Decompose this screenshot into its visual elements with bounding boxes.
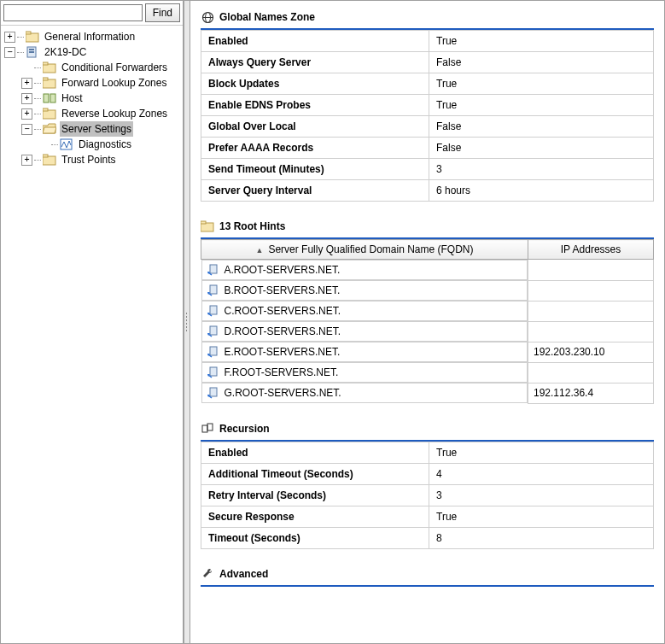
cell-ip xyxy=(528,321,654,342)
tree-label: Trust Points xyxy=(60,152,118,167)
property-row: Timeout (Seconds)8 xyxy=(201,527,654,548)
tree-item-general-info[interactable]: + General Information xyxy=(3,29,181,44)
property-value: True xyxy=(429,73,654,95)
cell-fqdn: A.ROOT-SERVERS.NET. xyxy=(201,260,528,280)
table-row[interactable]: D.ROOT-SERVERS.NET. xyxy=(201,321,654,342)
property-key: Global Over Local xyxy=(201,116,429,138)
property-key: Retry Interval (Seconds) xyxy=(201,484,429,506)
collapse-toggle[interactable]: − xyxy=(4,47,15,58)
expand-toggle[interactable]: + xyxy=(21,155,32,166)
tree-label-selected: Server Settings xyxy=(60,121,133,137)
section-advanced: Advanced xyxy=(201,565,654,587)
cell-ip: 192.112.36.4 xyxy=(528,383,654,403)
property-key: Enabled xyxy=(201,31,429,52)
folder-icon xyxy=(43,153,56,167)
tree-item-server[interactable]: − 2K19-DC xyxy=(3,44,181,60)
svg-rect-25 xyxy=(210,285,217,294)
server-icon xyxy=(26,45,39,59)
cell-fqdn: B.ROOT-SERVERS.NET. xyxy=(201,280,528,301)
tree-item-trust-points[interactable]: + Trust Points xyxy=(3,152,181,167)
server-icon xyxy=(207,305,219,317)
folder-icon xyxy=(43,61,56,74)
property-key: Send Timeout (Minutes) xyxy=(201,159,429,180)
expand-toggle[interactable]: + xyxy=(21,108,32,120)
section-header: 13 Root Hints xyxy=(201,217,654,239)
svg-rect-37 xyxy=(202,425,207,432)
cell-fqdn: F.ROOT-SERVERS.NET. xyxy=(201,362,528,383)
server-icon xyxy=(207,387,219,399)
server-icon xyxy=(207,264,219,276)
property-row: Send Timeout (Minutes)3 xyxy=(201,159,654,180)
cell-fqdn: C.ROOT-SERVERS.NET. xyxy=(201,301,528,321)
expand-toggle[interactable]: + xyxy=(4,32,15,43)
property-value: True xyxy=(429,442,654,463)
wrench-icon xyxy=(201,567,214,581)
property-value: True xyxy=(429,95,654,116)
tree-item-reverse-lookup-zones[interactable]: + Reverse Lookup Zones xyxy=(3,106,181,121)
section-title: Advanced xyxy=(219,568,268,580)
property-row: EnabledTrue xyxy=(201,31,654,52)
table-row[interactable]: G.ROOT-SERVERS.NET.192.112.36.4 xyxy=(201,383,654,403)
column-header-ip[interactable]: IP Addresses xyxy=(528,240,654,260)
splitter-handle[interactable] xyxy=(184,1,190,643)
cell-fqdn: D.ROOT-SERVERS.NET. xyxy=(201,321,528,342)
section-title: 13 Root Hints xyxy=(219,220,285,232)
property-key: Secure Response xyxy=(201,506,429,527)
section-recursion: Recursion EnabledTrueAdditional Timeout … xyxy=(201,419,654,549)
diagnostics-icon xyxy=(60,138,73,151)
property-value: False xyxy=(429,116,654,138)
find-button[interactable]: Find xyxy=(145,3,180,22)
property-key: Additional Timeout (Seconds) xyxy=(201,463,429,484)
server-icon xyxy=(207,325,219,337)
host-icon xyxy=(43,91,56,105)
section-root-hints: 13 Root Hints ▲Server Fully Qualified Do… xyxy=(201,217,654,404)
tree-label: Diagnostics xyxy=(77,137,133,152)
table-row[interactable]: C.ROOT-SERVERS.NET. xyxy=(201,301,654,321)
expand-toggle[interactable]: + xyxy=(21,93,32,104)
property-key: Prefer AAAA Records xyxy=(201,138,429,159)
svg-rect-1 xyxy=(26,32,31,34)
cell-ip xyxy=(528,280,654,301)
tree-label: Forward Lookup Zones xyxy=(60,75,168,91)
tree-label: Host xyxy=(60,91,85,106)
property-key: Enable EDNS Probes xyxy=(201,95,429,116)
table-row[interactable]: F.ROOT-SERVERS.NET. xyxy=(201,362,654,383)
property-value: True xyxy=(429,506,654,527)
tree-item-host[interactable]: + Host xyxy=(3,91,181,106)
section-title: Recursion xyxy=(219,423,270,435)
cell-ip xyxy=(528,260,654,281)
svg-rect-31 xyxy=(210,347,217,355)
folder-icon xyxy=(43,107,56,120)
server-icon xyxy=(207,284,219,296)
property-row: EnabledTrue xyxy=(201,442,654,463)
svg-rect-10 xyxy=(50,94,55,102)
column-header-fqdn[interactable]: ▲Server Fully Qualified Domain Name (FQD… xyxy=(201,240,528,260)
table-row[interactable]: B.ROOT-SERVERS.NET. xyxy=(201,280,654,301)
svg-rect-33 xyxy=(210,367,217,376)
tree-item-conditional-forwarders[interactable]: Conditional Forwarders xyxy=(3,60,181,75)
property-row: Secure ResponseTrue xyxy=(201,506,654,527)
property-value: 6 hours xyxy=(429,180,654,202)
tree-item-forward-lookup-zones[interactable]: + Forward Lookup Zones xyxy=(3,75,181,91)
folder-icon xyxy=(201,220,214,233)
tree-item-diagnostics[interactable]: Diagnostics xyxy=(3,137,181,152)
property-row: Block UpdatesTrue xyxy=(201,73,654,95)
search-input[interactable] xyxy=(3,4,143,21)
section-header: Recursion xyxy=(201,419,654,442)
tree-item-server-settings[interactable]: − Server Settings xyxy=(3,121,181,137)
tree-label: 2K19-DC xyxy=(43,44,88,60)
section-header: Advanced xyxy=(201,565,654,587)
expand-toggle[interactable]: + xyxy=(21,78,32,89)
property-row: Additional Timeout (Seconds)4 xyxy=(201,463,654,484)
svg-rect-6 xyxy=(43,62,48,65)
collapse-toggle[interactable]: − xyxy=(21,124,32,135)
table-row[interactable]: A.ROOT-SERVERS.NET. xyxy=(201,260,654,281)
svg-rect-35 xyxy=(210,388,217,396)
table-row[interactable]: E.ROOT-SERVERS.NET.192.203.230.10 xyxy=(201,342,654,362)
root-hints-table: ▲Server Fully Qualified Domain Name (FQD… xyxy=(201,239,654,404)
property-key: Timeout (Seconds) xyxy=(201,527,429,548)
svg-rect-4 xyxy=(29,51,34,53)
svg-rect-8 xyxy=(43,78,48,80)
property-value: 8 xyxy=(429,527,654,548)
property-value: True xyxy=(429,31,654,52)
